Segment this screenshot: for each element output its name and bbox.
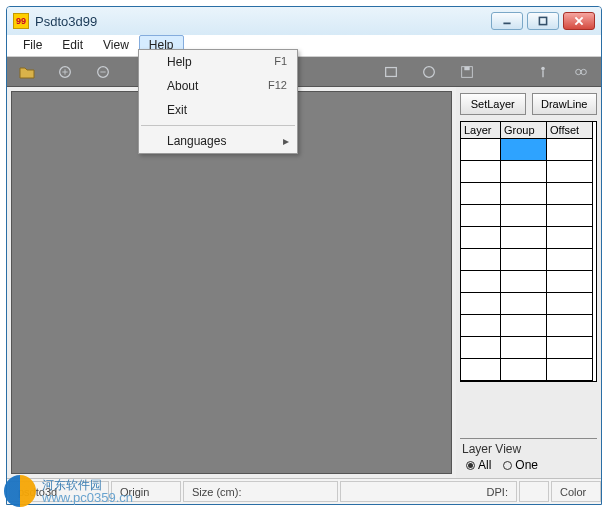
svg-point-10 bbox=[424, 66, 435, 77]
menu-edit[interactable]: Edit bbox=[52, 35, 93, 56]
layer-view-one-radio[interactable]: One bbox=[503, 458, 538, 472]
help-menu-languages[interactable]: Languages bbox=[139, 129, 297, 153]
maximize-icon bbox=[537, 15, 549, 27]
toolbar bbox=[7, 57, 601, 87]
table-row[interactable] bbox=[461, 161, 596, 183]
radio-off-icon bbox=[503, 461, 512, 470]
status-color-label: Color bbox=[551, 481, 601, 502]
right-panel: SetLayer DrawLine Layer Group Offset bbox=[456, 87, 601, 478]
table-row[interactable] bbox=[461, 271, 596, 293]
layer-view-group: Layer View All One bbox=[460, 438, 597, 472]
tool-save-icon[interactable] bbox=[457, 62, 477, 82]
zoom-out-icon[interactable] bbox=[93, 62, 113, 82]
titlebar: 99 Psdto3d99 bbox=[7, 7, 601, 35]
table-row[interactable] bbox=[461, 337, 596, 359]
table-row[interactable] bbox=[461, 139, 596, 161]
app-icon: 99 bbox=[13, 13, 29, 29]
svg-rect-1 bbox=[539, 17, 546, 24]
menubar: File Edit View Help bbox=[7, 35, 601, 57]
window-title: Psdto3d99 bbox=[35, 14, 491, 29]
layer-view-all-radio[interactable]: All bbox=[466, 458, 491, 472]
svg-point-16 bbox=[581, 69, 586, 74]
layer-table[interactable]: Layer Group Offset bbox=[460, 121, 597, 382]
app-window: 99 Psdto3d99 File Edit View Help SetLaye… bbox=[6, 6, 602, 505]
status-filename: psdto3d bbox=[9, 481, 109, 502]
svg-point-13 bbox=[541, 66, 545, 70]
layer-table-rows bbox=[461, 139, 596, 381]
maximize-button[interactable] bbox=[527, 12, 559, 30]
tool-link-icon[interactable] bbox=[571, 62, 591, 82]
status-dpi-value bbox=[519, 481, 549, 502]
table-row[interactable] bbox=[461, 183, 596, 205]
table-row[interactable] bbox=[461, 227, 596, 249]
status-dpi-label: DPI: bbox=[340, 481, 517, 502]
header-layer: Layer bbox=[461, 122, 501, 139]
tool-pin-icon[interactable] bbox=[533, 62, 553, 82]
table-row[interactable] bbox=[461, 205, 596, 227]
zoom-in-icon[interactable] bbox=[55, 62, 75, 82]
menu-separator bbox=[141, 125, 295, 126]
tool-rect-icon[interactable] bbox=[381, 62, 401, 82]
drawline-button[interactable]: DrawLine bbox=[532, 93, 598, 115]
statusbar: psdto3d Origin Size (cm): DPI: Color bbox=[7, 478, 601, 504]
layer-view-title: Layer View bbox=[460, 442, 597, 456]
help-menu-about[interactable]: AboutF12 bbox=[139, 74, 297, 98]
help-menu-help[interactable]: HelpF1 bbox=[139, 50, 297, 74]
close-icon bbox=[573, 15, 585, 27]
workspace: SetLayer DrawLine Layer Group Offset bbox=[7, 87, 601, 478]
table-row[interactable] bbox=[461, 293, 596, 315]
status-size-label: Size (cm): bbox=[183, 481, 338, 502]
svg-rect-12 bbox=[464, 66, 469, 70]
setlayer-button[interactable]: SetLayer bbox=[460, 93, 526, 115]
open-file-icon[interactable] bbox=[17, 62, 37, 82]
window-controls bbox=[491, 12, 601, 30]
radio-on-icon bbox=[466, 461, 475, 470]
minimize-icon bbox=[501, 15, 513, 27]
header-offset: Offset bbox=[547, 122, 593, 139]
minimize-button[interactable] bbox=[491, 12, 523, 30]
table-row[interactable] bbox=[461, 315, 596, 337]
svg-point-15 bbox=[576, 69, 581, 74]
close-button[interactable] bbox=[563, 12, 595, 30]
table-row[interactable] bbox=[461, 249, 596, 271]
svg-rect-9 bbox=[386, 67, 397, 76]
table-row[interactable] bbox=[461, 359, 596, 381]
header-group: Group bbox=[501, 122, 547, 139]
status-origin-label: Origin bbox=[111, 481, 181, 502]
menu-view[interactable]: View bbox=[93, 35, 139, 56]
layer-table-header: Layer Group Offset bbox=[461, 122, 596, 139]
help-menu-exit[interactable]: Exit bbox=[139, 98, 297, 122]
help-dropdown: HelpF1 AboutF12 Exit Languages bbox=[138, 49, 298, 154]
menu-file[interactable]: File bbox=[13, 35, 52, 56]
tool-circle-icon[interactable] bbox=[419, 62, 439, 82]
